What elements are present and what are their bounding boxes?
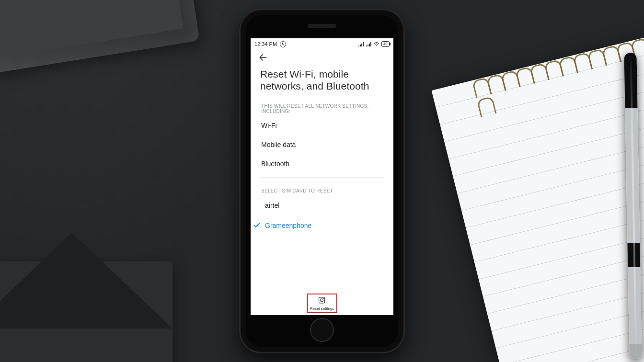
battery-level: 49 [383,42,388,46]
status-bar-right: 49 [358,41,390,47]
reset-settings-label: Reset settings [310,306,334,311]
svg-rect-0 [319,297,325,303]
desk-background: 12:34 PM 49 [0,0,644,362]
sim-option-airtel[interactable]: airtel [251,195,393,215]
wifi-icon [374,42,380,46]
check-icon [253,201,261,210]
sim-label-airtel: airtel [265,202,279,209]
check-icon [253,221,261,230]
page-title: Reset Wi-Fi, mobile networks, and Blueto… [251,68,393,99]
app-content: Reset Wi-Fi, mobile networks, and Blueto… [251,49,393,315]
reset-item-bluetooth: Bluetooth [251,154,393,173]
back-arrow-icon [258,53,268,64]
back-button[interactable] [251,49,279,68]
phone-screen: 12:34 PM 49 [251,38,393,315]
reset-item-mobile-data: Mobile data [251,135,393,154]
sim-label-grameenphone: Grameenphone [265,222,311,229]
cellular-signal-icon-1 [358,42,364,46]
status-time: 12:34 PM [254,41,277,47]
phone-earpiece [308,24,336,28]
reset-item-wifi: Wi-Fi [251,116,393,135]
alarm-icon [280,41,286,47]
status-bar-left: 12:34 PM [254,41,286,47]
section-caption-sim: SELECT SIM CARD TO RESET [251,178,393,195]
phone-bezel: 12:34 PM 49 [246,15,398,347]
section-caption-reset-list: THIS WILL RESET ALL NETWORK SETTINGS, IN… [251,99,393,116]
battery-icon: 49 [381,41,390,47]
reset-icon [318,296,326,306]
status-bar: 12:34 PM 49 [251,38,393,49]
sim-option-grameenphone[interactable]: Grameenphone [251,215,393,236]
phone-home-button[interactable] [310,318,334,342]
cellular-signal-icon-2 [366,42,372,46]
phone-frame: 12:34 PM 49 [239,9,405,353]
laptop-decor [0,0,200,82]
reset-settings-button[interactable]: Reset settings [307,294,337,313]
